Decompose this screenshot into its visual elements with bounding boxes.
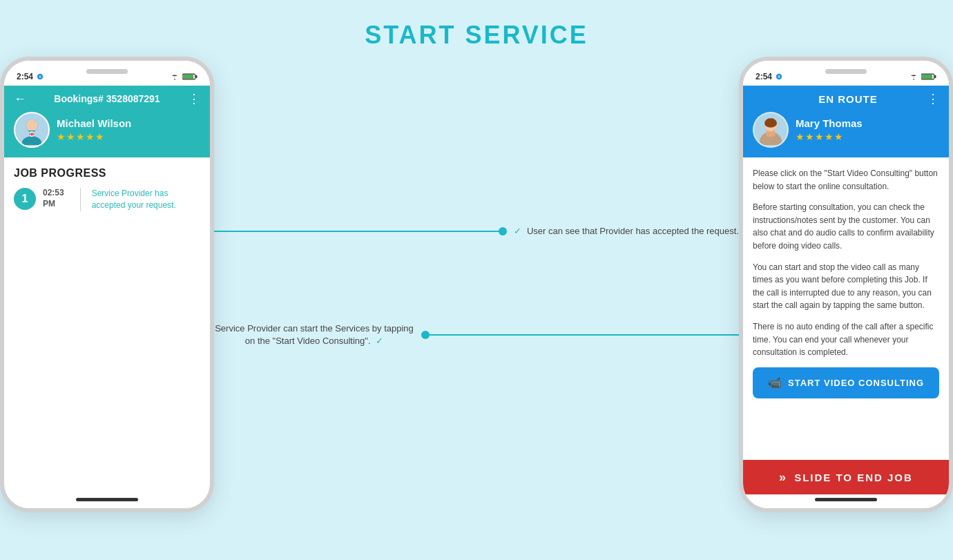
left-provider-details: Michael Wilson ★ ★ ★ ★ ★ — [57, 117, 131, 142]
callout-text-top: ✓ User can see that Provider has accepte… — [507, 226, 739, 236]
left-provider-info: Michael Wilson ★ ★ ★ ★ ★ — [14, 112, 200, 148]
callout-line-right — [430, 334, 739, 336]
callout-dot-bottom — [421, 331, 430, 339]
svg-rect-12 — [922, 75, 932, 79]
content-para4: There is no auto ending of the call afte… — [753, 320, 939, 359]
start-video-consulting-button[interactable]: 📹 START VIDEO CONSULTING — [753, 367, 939, 398]
left-stars: ★ ★ ★ ★ ★ — [57, 131, 131, 142]
left-status-icons — [170, 73, 198, 80]
callout-dot-top — [499, 227, 507, 235]
content-para2: Before starting consultation, you can ch… — [753, 201, 939, 252]
right-phone: 2:54 EN ROUTE ⋮ — [739, 57, 953, 512]
progress-item-1: 1 02:53 PM Service Provider has accepted… — [14, 188, 200, 211]
callout-check-icon-2: ✓ — [376, 336, 383, 346]
page-title: START SERVICE — [365, 21, 588, 50]
job-progress-section: JOB PROGRESS 1 02:53 PM Service Provider… — [4, 157, 210, 211]
left-phone: 2:54 ← Bookings# 3528087291 ⋮ — [0, 57, 214, 512]
left-nav: ← Bookings# 3528087291 ⋮ — [14, 91, 200, 106]
slide-chevrons-icon: » — [779, 470, 787, 485]
callout-top: ✓ User can see that Provider has accepte… — [214, 226, 739, 236]
progress-divider — [80, 188, 81, 211]
left-more-menu[interactable]: ⋮ — [188, 91, 200, 106]
right-time: 2:54 — [755, 72, 782, 81]
right-provider-details: Mary Thomas ★ ★ ★ ★ ★ — [796, 117, 863, 142]
progress-description: Service Provider has accepted your reque… — [92, 188, 200, 211]
content-para3: You can start and stop the video call as… — [753, 261, 939, 312]
svg-point-0 — [174, 79, 175, 80]
progress-circle-1: 1 — [14, 188, 36, 210]
en-route-label: EN ROUTE — [769, 93, 927, 105]
left-phone-pill — [86, 69, 128, 74]
right-bottom-bar — [815, 498, 877, 501]
left-provider-name: Michael Wilson — [57, 117, 131, 129]
svg-rect-3 — [195, 75, 197, 78]
progress-time-block: 02:53 PM — [43, 188, 69, 209]
right-provider-info: Mary Thomas ★ ★ ★ ★ ★ — [753, 112, 939, 148]
callout-check-icon: ✓ — [514, 226, 521, 236]
start-video-label: START VIDEO CONSULTING — [788, 378, 924, 388]
left-avatar — [14, 112, 50, 148]
right-stars: ★ ★ ★ ★ ★ — [796, 131, 863, 142]
callout-text-bottom: Service Provider can start the Services … — [214, 322, 421, 347]
left-time: 2:54 — [17, 72, 44, 81]
svg-rect-2 — [183, 75, 193, 79]
svg-point-5 — [22, 136, 42, 145]
job-progress-title: JOB PROGRESS — [14, 167, 200, 180]
svg-point-10 — [913, 79, 914, 80]
right-provider-name: Mary Thomas — [796, 117, 863, 129]
content-para1: Please click on the "Start Video Consult… — [753, 167, 939, 193]
right-phone-pill — [825, 69, 867, 74]
right-more-menu[interactable]: ⋮ — [927, 91, 939, 106]
left-phone-header: ← Bookings# 3528087291 ⋮ — [4, 86, 210, 157]
back-button[interactable]: ← — [14, 92, 26, 106]
svg-point-6 — [26, 120, 37, 131]
slide-to-end-label: SLIDE TO END JOB — [794, 472, 913, 483]
right-status-icons — [909, 73, 936, 80]
callout-line-left — [214, 231, 499, 232]
right-phone-header: EN ROUTE ⋮ Mary Thomas — [743, 86, 949, 157]
video-camera-icon: 📹 — [768, 376, 782, 389]
connector-area: ✓ User can see that Provider has accepte… — [214, 57, 739, 512]
progress-time: 02:53 PM — [43, 188, 69, 209]
svg-rect-13 — [934, 75, 936, 78]
right-avatar — [753, 112, 789, 148]
slide-to-end-job[interactable]: » SLIDE TO END JOB — [743, 460, 949, 494]
phones-row: 2:54 ← Bookings# 3528087291 ⋮ — [0, 57, 953, 512]
callout-bottom: Service Provider can start the Services … — [214, 322, 739, 347]
left-bottom-bar — [76, 498, 138, 501]
svg-rect-9 — [31, 133, 32, 136]
right-nav: EN ROUTE ⋮ — [753, 91, 939, 106]
booking-id: Bookings# 3528087291 — [54, 93, 160, 104]
right-phone-content: Please click on the "Start Video Consult… — [743, 157, 949, 408]
